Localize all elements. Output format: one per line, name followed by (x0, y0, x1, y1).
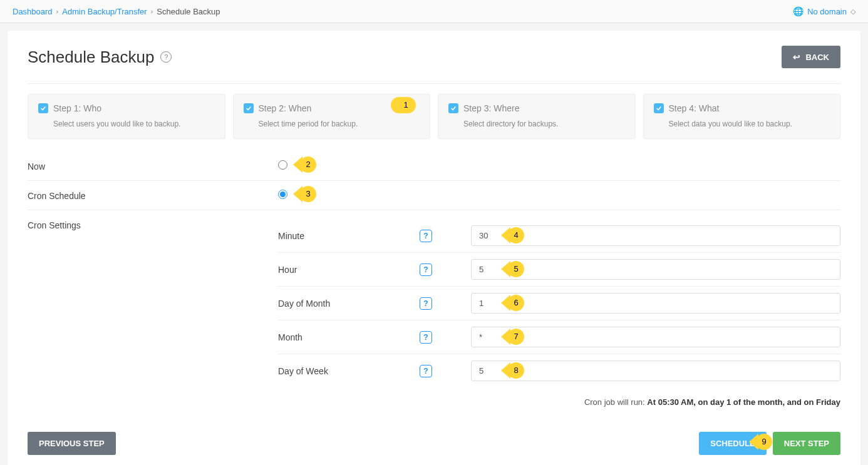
row-cron-settings: Cron Settings Minute ? 4 (28, 210, 840, 416)
cron-row-dow: Day of Week ? 8 (278, 354, 840, 387)
steps-row: Step 1: Who Select users you would like … (28, 83, 840, 139)
page-title-text: Schedule Backup (28, 48, 154, 67)
step-title: Step 2: When (259, 103, 312, 113)
annotation-marker: 3 (293, 186, 318, 202)
breadcrumb-admin-backup[interactable]: Admin Backup/Transfer (62, 7, 147, 16)
input-month[interactable] (471, 327, 840, 347)
row-now: Now 2 (28, 151, 840, 181)
cron-row-month: Month ? 7 (278, 320, 840, 354)
main-content: Schedule Backup ? ↩ BACK Step 1: Who Sel… (8, 31, 860, 465)
input-day-of-week[interactable] (471, 360, 840, 381)
chevron-right-icon: › (151, 8, 153, 15)
chevron-up-down-icon: ◇ (850, 8, 855, 16)
row-cron-schedule: Cron Schedule 3 (28, 181, 840, 210)
svg-text:2: 2 (306, 160, 310, 169)
step-desc: Select directory for backups. (463, 120, 625, 128)
help-icon[interactable]: ? (420, 230, 432, 242)
domain-label: No domain (807, 7, 847, 16)
cron-label-dow: Day of Week (278, 366, 410, 376)
page-title: Schedule Backup ? (28, 48, 172, 67)
step-where[interactable]: Step 3: Where Select directory for backu… (438, 94, 636, 139)
step-title: Step 3: Where (463, 103, 520, 113)
cron-fields: Minute ? 4 Hour ? (278, 219, 840, 387)
cron-row-minute: Minute ? 4 (278, 219, 840, 253)
input-day-of-month[interactable] (471, 293, 840, 314)
input-hour[interactable] (471, 259, 840, 280)
step-desc: Select time period for backup. (259, 120, 420, 128)
cron-label-dom: Day of Month (278, 299, 410, 309)
help-icon[interactable]: ? (420, 331, 432, 344)
radio-cron-schedule[interactable] (278, 190, 287, 199)
chevron-right-icon: › (56, 8, 59, 15)
help-icon[interactable]: ? (420, 365, 432, 377)
svg-point-1 (300, 156, 316, 173)
svg-text:3: 3 (306, 189, 310, 198)
annotation-marker: 2 (293, 156, 318, 173)
cron-label-minute: Minute (278, 231, 410, 241)
cron-row-dom: Day of Month ? 6 (278, 287, 840, 320)
label-now: Now (28, 160, 278, 171)
step-title: Step 1: Who (53, 103, 101, 113)
input-minute[interactable] (471, 225, 840, 246)
next-step-button[interactable]: NEXT STEP (773, 432, 840, 455)
step-title: Step 4: What (669, 103, 720, 113)
back-button-label: BACK (805, 53, 829, 62)
cron-row-hour: Hour ? 5 (278, 253, 840, 287)
domain-selector[interactable]: 🌐 No domain ◇ (793, 6, 855, 16)
label-cron-settings: Cron Settings (28, 219, 278, 230)
step-desc: Select data you would like to backup. (669, 120, 830, 128)
step-when[interactable]: Step 2: When Select time period for back… (233, 94, 431, 139)
help-icon[interactable]: ? (160, 51, 172, 63)
label-cron-schedule: Cron Schedule (28, 190, 278, 201)
breadcrumb-current: Schedule Backup (157, 7, 220, 16)
cron-label-month: Month (278, 332, 410, 342)
breadcrumb-dashboard[interactable]: Dashboard (13, 7, 53, 16)
cron-summary: Cron job will run: At 05:30 AM, on day 1… (278, 397, 840, 407)
schedule-button[interactable]: SCHEDULE (699, 432, 767, 455)
step-desc: Select users you would like to backup. (53, 120, 215, 128)
breadcrumb-bar: Dashboard › Admin Backup/Transfer › Sche… (0, 0, 868, 23)
check-icon (448, 103, 458, 113)
breadcrumb: Dashboard › Admin Backup/Transfer › Sche… (13, 7, 220, 16)
page-header: Schedule Backup ? ↩ BACK (28, 46, 840, 68)
svg-point-3 (300, 186, 316, 202)
cron-summary-value: At 05:30 AM, on day 1 of the month, and … (647, 397, 840, 407)
radio-now[interactable] (278, 160, 287, 170)
check-icon (654, 103, 664, 113)
help-icon[interactable]: ? (420, 297, 432, 310)
check-icon (38, 103, 48, 113)
back-button[interactable]: ↩ BACK (782, 46, 840, 68)
previous-step-button[interactable]: PREVIOUS STEP (28, 432, 116, 455)
cron-label-hour: Hour (278, 265, 410, 275)
footer-buttons: PREVIOUS STEP SCHEDULE 9 NEXT STEP (28, 432, 840, 455)
step-what[interactable]: Step 4: What Select data you would like … (643, 94, 841, 139)
form-section: Now 2 Cron Schedule 3 (28, 151, 840, 416)
help-icon[interactable]: ? (420, 263, 432, 276)
globe-icon: 🌐 (793, 6, 803, 16)
step-who[interactable]: Step 1: Who Select users you would like … (28, 94, 225, 139)
reply-arrow-icon: ↩ (793, 52, 800, 62)
check-icon (244, 103, 254, 113)
cron-summary-prefix: Cron job will run: (584, 397, 645, 407)
